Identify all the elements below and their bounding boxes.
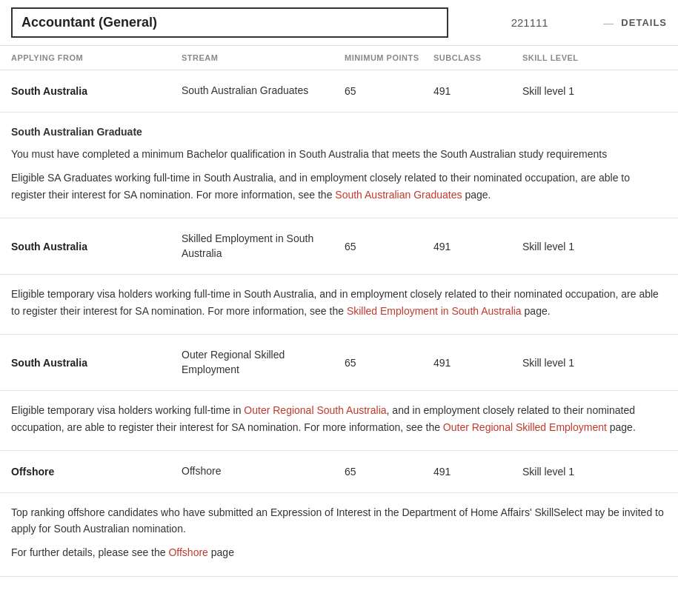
col-stream: STREAM <box>182 53 345 62</box>
points-value: 65 <box>345 466 433 478</box>
applying-from-value: South Australia <box>11 85 182 97</box>
col-minimum-points: MINIMUM POINTS <box>345 53 433 62</box>
row1-description: South Australian Graduate You must have … <box>0 113 678 219</box>
outer-regional-skilled-link[interactable]: Outer Regional Skilled Employment <box>443 421 607 433</box>
skilled-employment-link[interactable]: Skilled Employment in South Australia <box>347 305 522 317</box>
subclass-value: 491 <box>433 85 522 97</box>
col-skill-level: SKILL LEVEL <box>522 53 667 62</box>
table-row: South Australia Skilled Employment in So… <box>0 218 678 275</box>
subclass-value: 491 <box>433 357 522 369</box>
subclass-value: 491 <box>433 466 522 478</box>
stream-value: Skilled Employment in South Australia <box>182 232 345 261</box>
col-subclass: SUBCLASS <box>433 53 522 62</box>
applying-from-value: South Australia <box>11 241 182 252</box>
header-dash: — <box>603 17 614 29</box>
desc-heading: South Australian Graduate <box>11 124 667 140</box>
col-applying-from: APPLYING FROM <box>11 53 182 62</box>
skill-level-value: Skill level 1 <box>522 466 667 478</box>
header-row: Accountant (General) 221111 — DETAILS <box>0 0 678 46</box>
row2-description: Eligible temporary visa holders working … <box>0 275 678 335</box>
desc-para-2: For further details, please see the Offs… <box>11 544 667 560</box>
details-link[interactable]: DETAILS <box>621 17 667 28</box>
sa-graduates-link[interactable]: South Australian Graduates <box>335 189 462 201</box>
table-row: Offshore Offshore 65 491 Skill level 1 <box>0 451 678 493</box>
stream-value: Offshore <box>182 464 345 479</box>
points-value: 65 <box>345 357 433 369</box>
desc-para-1: You must have completed a minimum Bachel… <box>11 146 667 162</box>
anzsco-code: 221111 <box>448 16 596 29</box>
stream-value: Outer Regional Skilled Employment <box>182 348 345 377</box>
applying-from-value: South Australia <box>11 357 182 369</box>
stream-value: South Australian Graduates <box>182 84 345 98</box>
points-value: 65 <box>345 85 433 97</box>
column-headers: APPLYING FROM STREAM MINIMUM POINTS SUBC… <box>0 46 678 70</box>
offshore-link[interactable]: Offshore <box>168 546 207 558</box>
desc-para-1: Eligible temporary visa holders working … <box>11 286 667 319</box>
skill-level-value: Skill level 1 <box>522 357 667 369</box>
applying-from-value: Offshore <box>11 466 182 478</box>
table-row: South Australia South Australian Graduat… <box>0 70 678 113</box>
outer-regional-sa-link[interactable]: Outer Regional South Australia <box>244 404 386 416</box>
points-value: 65 <box>345 241 433 252</box>
table-row: South Australia Outer Regional Skilled E… <box>0 335 678 391</box>
desc-para-2: Eligible SA Graduates working full-time … <box>11 170 667 203</box>
subclass-value: 491 <box>433 241 522 252</box>
row3-description: Eligible temporary visa holders working … <box>0 391 678 451</box>
desc-para-1: Top ranking offshore candidates who have… <box>11 504 667 538</box>
skill-level-value: Skill level 1 <box>522 85 667 97</box>
row4-description: Top ranking offshore candidates who have… <box>0 493 678 577</box>
desc-para-1: Eligible temporary visa holders working … <box>11 402 667 435</box>
skill-level-value: Skill level 1 <box>522 241 667 252</box>
occupation-title: Accountant (General) <box>11 7 448 38</box>
